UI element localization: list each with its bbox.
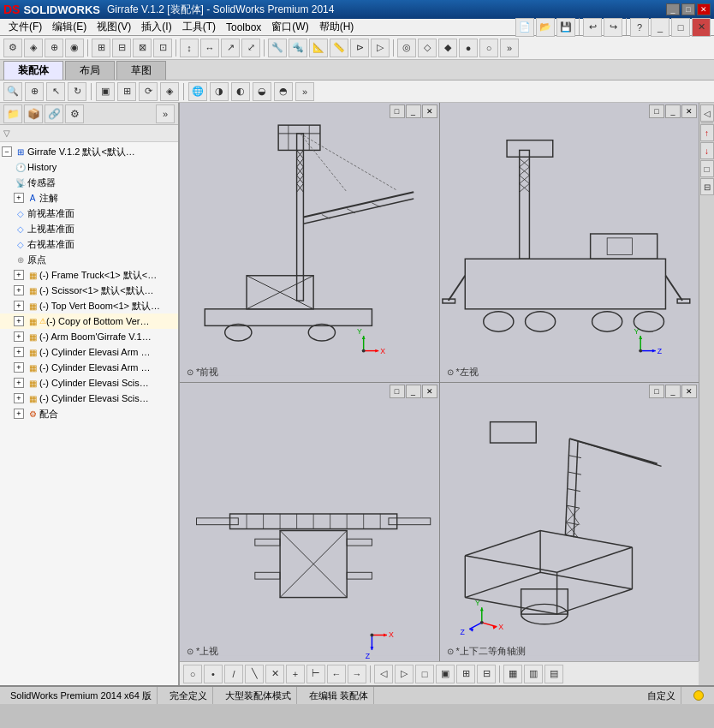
cyl-arm1-expand[interactable]: +	[14, 347, 24, 357]
tree-btn-more[interactable]: »	[156, 104, 175, 123]
toolbar-btn-6[interactable]: ⊟	[112, 39, 131, 57]
toolbar-btn-18[interactable]: ▷	[371, 39, 390, 57]
minimize-button[interactable]: _	[666, 3, 680, 15]
bt-btn1[interactable]: ○	[183, 665, 202, 683]
viewport-top[interactable]: X Z *上视 □ _ ✕	[180, 383, 439, 662]
expand-btn2[interactable]: »	[295, 82, 314, 101]
vp-front-max[interactable]: □	[390, 104, 405, 118]
wire-btn[interactable]: ◓	[274, 82, 293, 101]
cyl-scis1-expand[interactable]: +	[14, 378, 24, 388]
toolbar-btn-4[interactable]: ◉	[65, 39, 84, 57]
panel-icon1[interactable]: ◁	[700, 104, 714, 122]
toolbar-btn-10[interactable]: ↔	[200, 39, 219, 57]
toolbar-btn-3[interactable]: ⊕	[45, 39, 63, 57]
bt-btn12[interactable]: □	[415, 665, 434, 683]
scissor-expand[interactable]: +	[14, 285, 24, 295]
toolbar-btn-19[interactable]: ◎	[397, 39, 416, 57]
bt-btn9[interactable]: →	[348, 665, 366, 683]
tree-item-right-plane[interactable]: ◇ 右视基准面	[0, 236, 178, 252]
tree-btn-mate[interactable]: 🔗	[45, 104, 63, 123]
toolbar-btn-9[interactable]: ↕	[180, 39, 199, 57]
tree-btn-folder[interactable]: 📁	[3, 104, 22, 123]
toolbar-btn-15[interactable]: 📐	[309, 39, 328, 57]
render-btn[interactable]: 🌐	[188, 82, 207, 101]
xray-btn[interactable]: ◐	[231, 82, 250, 101]
undo-btn[interactable]: ↩	[583, 18, 602, 37]
vp-iso-min[interactable]: _	[665, 385, 681, 398]
tree-item-frame[interactable]: + ▦ (-) Frame Truck<1> 默认<…	[0, 267, 178, 283]
viewport-front[interactable]: X Y *前视 □ _ ✕	[180, 103, 439, 382]
bt-btn15[interactable]: ⊟	[477, 665, 496, 683]
tree-root[interactable]: − ⊞ Girrafe V.1.2 默认<默认…	[0, 144, 178, 159]
toolbar-btn-23[interactable]: ○	[479, 39, 498, 57]
bt-btn3[interactable]: /	[224, 665, 243, 683]
panel-icon2[interactable]: ↑	[700, 124, 714, 141]
tree-item-cyl-scis1[interactable]: + ▦ (-) Cylinder Elevasi Scis…	[0, 375, 178, 391]
bt-btn16[interactable]: ▦	[503, 665, 522, 683]
toolbar-btn-12[interactable]: ⤢	[241, 39, 260, 57]
vp-top-max[interactable]: □	[390, 385, 405, 398]
select-btn[interactable]: ↖	[46, 82, 65, 101]
tree-item-sensors[interactable]: 📡 传感器	[0, 175, 178, 190]
viewport-iso[interactable]: X Y Z *上下二等角轴测 □ _ ✕	[440, 383, 699, 662]
rotate-btn[interactable]: ↻	[68, 82, 86, 101]
toolbar-btn-1[interactable]: ⚙	[3, 39, 22, 57]
frame-expand[interactable]: +	[14, 270, 24, 280]
mates-expand[interactable]: +	[14, 409, 24, 419]
toolbar-btn-13[interactable]: 🔧	[268, 39, 287, 57]
tree-item-cyl-scis2[interactable]: + ▦ (-) Cylinder Elevasi Scis…	[0, 391, 178, 406]
zoom-btn[interactable]: 🔍	[3, 82, 22, 101]
tree-item-cyl-arm1[interactable]: + ▦ (-) Cylinder Elevasi Arm …	[0, 344, 178, 360]
tree-item-scissor[interactable]: + ▦ (-) Scissor<1> 默认<默认…	[0, 283, 178, 298]
vp-iso-close[interactable]: ✕	[681, 385, 697, 398]
bt-btn8[interactable]: ←	[327, 665, 346, 683]
toolbar-btn-5[interactable]: ⊞	[92, 39, 110, 57]
bt-btn13[interactable]: ▣	[436, 665, 455, 683]
panel-icon4[interactable]: □	[700, 160, 714, 177]
save-btn[interactable]: 💾	[556, 18, 575, 37]
win-close[interactable]: ✕	[692, 18, 711, 37]
tab-assembly[interactable]: 装配体	[3, 61, 63, 80]
menu-window[interactable]: 窗口(W)	[266, 19, 313, 35]
toolbar-btn-17[interactable]: ⊳	[350, 39, 369, 57]
zoom-in-btn[interactable]: ⊕	[25, 82, 44, 101]
new-btn[interactable]: 📄	[515, 18, 534, 37]
tree-item-top-plane[interactable]: ◇ 上视基准面	[0, 221, 178, 236]
open-btn[interactable]: 📂	[536, 18, 555, 37]
tree-item-copy-bottom[interactable]: + ▦ ⚠ (-) Copy of Bottom Ver…	[0, 313, 178, 329]
annotations-expand[interactable]: +	[14, 193, 24, 203]
tree-item-cyl-arm2[interactable]: + ▦ (-) Cylinder Elevasi Arm …	[0, 360, 178, 375]
vp-iso-max[interactable]: □	[649, 385, 664, 398]
bt-btn5[interactable]: ✕	[265, 665, 284, 683]
tree-btn-config[interactable]: ⚙	[65, 104, 84, 123]
toolbar-btn-16[interactable]: 📏	[330, 39, 348, 57]
close-button[interactable]: ✕	[697, 3, 711, 15]
toolbar-btn-21[interactable]: ◆	[438, 39, 457, 57]
tree-item-origin[interactable]: ⊕ 原点	[0, 252, 178, 267]
arm-boom-expand[interactable]: +	[14, 331, 24, 342]
cyl-scis2-expand[interactable]: +	[14, 393, 24, 403]
bt-btn10[interactable]: ◁	[374, 665, 393, 683]
help-btn[interactable]: ?	[630, 18, 649, 37]
vp-left-close[interactable]: ✕	[681, 104, 697, 118]
tree-item-annotations[interactable]: + A 注解	[0, 190, 178, 206]
top-vert-expand[interactable]: +	[14, 301, 24, 311]
toolbar-btn-14[interactable]: 🔩	[289, 39, 307, 57]
section-btn[interactable]: ◑	[210, 82, 229, 101]
menu-view[interactable]: 视图(V)	[92, 19, 136, 35]
bt-btn11[interactable]: ▷	[395, 665, 414, 683]
toolbar-btn-2[interactable]: ◈	[24, 39, 43, 57]
vp-top-close[interactable]: ✕	[422, 385, 437, 398]
toolbar-btn-expand[interactable]: »	[500, 39, 519, 57]
menu-toolbox[interactable]: Toolbox	[221, 19, 266, 35]
bt-btn7[interactable]: ⊢	[306, 665, 325, 683]
vp-front-close[interactable]: ✕	[422, 104, 437, 118]
tab-sketch[interactable]: 草图	[116, 61, 166, 80]
vp-top-min[interactable]: _	[406, 385, 421, 398]
tree-item-top-vert[interactable]: + ▦ (-) Top Vert Boom<1> 默认…	[0, 298, 178, 313]
bt-btn6[interactable]: +	[286, 665, 305, 683]
tab-layout[interactable]: 布局	[65, 61, 115, 80]
bt-btn14[interactable]: ⊞	[456, 665, 475, 683]
vp-front-min[interactable]: _	[406, 104, 421, 118]
view-btn1[interactable]: ▣	[96, 82, 115, 101]
